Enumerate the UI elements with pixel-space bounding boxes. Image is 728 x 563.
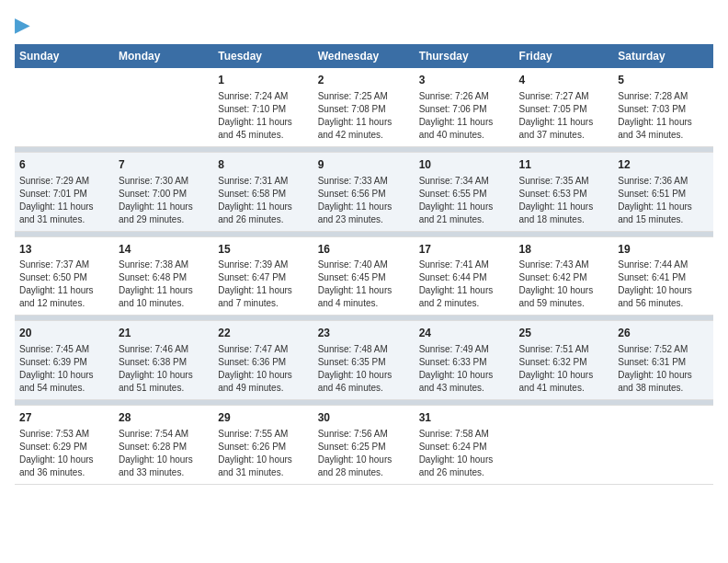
day-number: 20 bbox=[19, 326, 109, 341]
day-info: Sunrise: 7:29 AMSunset: 7:01 PMDaylight:… bbox=[19, 175, 109, 226]
day-number: 21 bbox=[119, 326, 209, 341]
calendar-cell-week3-day3: 15Sunrise: 7:39 AMSunset: 6:47 PMDayligh… bbox=[213, 236, 313, 316]
calendar-cell-week1-day6: 4Sunrise: 7:27 AMSunset: 7:05 PMDaylight… bbox=[515, 68, 614, 146]
day-number: 31 bbox=[419, 410, 510, 426]
day-number: 29 bbox=[218, 410, 308, 426]
calendar-cell-week1-day2 bbox=[114, 68, 213, 146]
calendar-cell-week4-day7: 26Sunrise: 7:52 AMSunset: 6:31 PMDayligh… bbox=[613, 321, 713, 400]
calendar-cell-week2-day3: 8Sunrise: 7:31 AMSunset: 6:58 PMDaylight… bbox=[213, 152, 313, 231]
day-number: 23 bbox=[318, 326, 410, 341]
day-number: 17 bbox=[419, 242, 510, 258]
day-info: Sunrise: 7:26 AMSunset: 7:06 PMDaylight:… bbox=[419, 90, 510, 142]
day-number: 6 bbox=[19, 157, 109, 173]
calendar-cell-week1-day1 bbox=[15, 68, 114, 146]
day-info: Sunrise: 7:41 AMSunset: 6:44 PMDaylight:… bbox=[419, 259, 510, 310]
day-info: Sunrise: 7:33 AMSunset: 6:56 PMDaylight:… bbox=[318, 175, 410, 226]
calendar-cell-week2-day1: 6Sunrise: 7:29 AMSunset: 7:01 PMDaylight… bbox=[15, 152, 114, 231]
day-number: 7 bbox=[119, 157, 209, 173]
calendar-cell-week5-day6 bbox=[515, 406, 614, 485]
header-tuesday: Tuesday bbox=[213, 44, 313, 68]
calendar-cell-week5-day2: 28Sunrise: 7:54 AMSunset: 6:28 PMDayligh… bbox=[114, 406, 213, 485]
day-info: Sunrise: 7:34 AMSunset: 6:55 PMDaylight:… bbox=[419, 175, 510, 226]
calendar-table: SundayMondayTuesdayWednesdayThursdayFrid… bbox=[15, 44, 713, 485]
day-number: 28 bbox=[119, 410, 209, 426]
calendar-cell-week4-day5: 24Sunrise: 7:49 AMSunset: 6:33 PMDayligh… bbox=[415, 321, 515, 400]
day-info: Sunrise: 7:47 AMSunset: 6:36 PMDaylight:… bbox=[218, 343, 308, 395]
calendar-cell-week4-day4: 23Sunrise: 7:48 AMSunset: 6:35 PMDayligh… bbox=[313, 321, 415, 400]
day-info: Sunrise: 7:31 AMSunset: 6:58 PMDaylight:… bbox=[218, 175, 308, 226]
day-info: Sunrise: 7:35 AMSunset: 6:53 PMDaylight:… bbox=[519, 175, 609, 226]
calendar-cell-week4-day6: 25Sunrise: 7:51 AMSunset: 6:32 PMDayligh… bbox=[515, 321, 614, 400]
calendar-cell-week3-day2: 14Sunrise: 7:38 AMSunset: 6:48 PMDayligh… bbox=[114, 236, 213, 316]
calendar-cell-week5-day3: 29Sunrise: 7:55 AMSunset: 6:26 PMDayligh… bbox=[213, 406, 313, 485]
day-info: Sunrise: 7:25 AMSunset: 7:08 PMDaylight:… bbox=[318, 90, 410, 142]
calendar-cell-week5-day1: 27Sunrise: 7:53 AMSunset: 6:29 PMDayligh… bbox=[15, 406, 114, 485]
calendar-cell-week2-day5: 10Sunrise: 7:34 AMSunset: 6:55 PMDayligh… bbox=[415, 152, 515, 231]
calendar-week-5: 27Sunrise: 7:53 AMSunset: 6:29 PMDayligh… bbox=[15, 406, 713, 485]
day-number: 24 bbox=[419, 326, 510, 341]
header-wednesday: Wednesday bbox=[313, 44, 415, 68]
day-number: 27 bbox=[19, 410, 109, 426]
header-thursday: Thursday bbox=[415, 44, 515, 68]
day-number: 18 bbox=[519, 242, 609, 258]
day-info: Sunrise: 7:43 AMSunset: 6:42 PMDaylight:… bbox=[519, 259, 609, 310]
day-number: 9 bbox=[318, 157, 410, 173]
day-info: Sunrise: 7:54 AMSunset: 6:28 PMDaylight:… bbox=[119, 428, 209, 479]
calendar-cell-week2-day2: 7Sunrise: 7:30 AMSunset: 7:00 PMDaylight… bbox=[114, 152, 213, 231]
day-info: Sunrise: 7:40 AMSunset: 6:45 PMDaylight:… bbox=[318, 259, 410, 310]
day-number: 12 bbox=[618, 157, 709, 173]
calendar-cell-week1-day7: 5Sunrise: 7:28 AMSunset: 7:03 PMDaylight… bbox=[613, 68, 713, 146]
calendar-cell-week5-day5: 31Sunrise: 7:58 AMSunset: 6:24 PMDayligh… bbox=[415, 406, 515, 485]
calendar-cell-week3-day5: 17Sunrise: 7:41 AMSunset: 6:44 PMDayligh… bbox=[415, 236, 515, 316]
calendar-cell-week3-day1: 13Sunrise: 7:37 AMSunset: 6:50 PMDayligh… bbox=[15, 236, 114, 316]
calendar-week-2: 6Sunrise: 7:29 AMSunset: 7:01 PMDaylight… bbox=[15, 152, 713, 231]
page-header: ▶ bbox=[15, 15, 713, 35]
calendar-header-row: SundayMondayTuesdayWednesdayThursdayFrid… bbox=[15, 44, 713, 68]
calendar-cell-week3-day6: 18Sunrise: 7:43 AMSunset: 6:42 PMDayligh… bbox=[515, 236, 614, 316]
day-number: 25 bbox=[519, 326, 609, 341]
calendar-cell-week5-day4: 30Sunrise: 7:56 AMSunset: 6:25 PMDayligh… bbox=[313, 406, 415, 485]
calendar-cell-week3-day4: 16Sunrise: 7:40 AMSunset: 6:45 PMDayligh… bbox=[313, 236, 415, 316]
calendar-cell-week1-day4: 2Sunrise: 7:25 AMSunset: 7:08 PMDaylight… bbox=[313, 68, 415, 146]
day-info: Sunrise: 7:30 AMSunset: 7:00 PMDaylight:… bbox=[119, 175, 209, 226]
day-info: Sunrise: 7:52 AMSunset: 6:31 PMDaylight:… bbox=[618, 343, 709, 395]
day-info: Sunrise: 7:28 AMSunset: 7:03 PMDaylight:… bbox=[618, 90, 709, 142]
day-info: Sunrise: 7:48 AMSunset: 6:35 PMDaylight:… bbox=[318, 343, 410, 395]
day-info: Sunrise: 7:27 AMSunset: 7:05 PMDaylight:… bbox=[519, 90, 609, 142]
calendar-cell-week1-day3: 1Sunrise: 7:24 AMSunset: 7:10 PMDaylight… bbox=[213, 68, 313, 146]
calendar-week-3: 13Sunrise: 7:37 AMSunset: 6:50 PMDayligh… bbox=[15, 236, 713, 316]
day-number: 4 bbox=[519, 73, 609, 88]
calendar-cell-week2-day6: 11Sunrise: 7:35 AMSunset: 6:53 PMDayligh… bbox=[515, 152, 614, 231]
day-info: Sunrise: 7:24 AMSunset: 7:10 PMDaylight:… bbox=[218, 90, 308, 142]
day-info: Sunrise: 7:55 AMSunset: 6:26 PMDaylight:… bbox=[218, 428, 308, 479]
day-info: Sunrise: 7:53 AMSunset: 6:29 PMDaylight:… bbox=[19, 428, 109, 479]
calendar-cell-week2-day4: 9Sunrise: 7:33 AMSunset: 6:56 PMDaylight… bbox=[313, 152, 415, 231]
day-number: 19 bbox=[618, 242, 709, 258]
day-number: 2 bbox=[318, 73, 410, 88]
header-friday: Friday bbox=[515, 44, 614, 68]
calendar-cell-week1-day5: 3Sunrise: 7:26 AMSunset: 7:06 PMDaylight… bbox=[415, 68, 515, 146]
day-info: Sunrise: 7:44 AMSunset: 6:41 PMDaylight:… bbox=[618, 259, 709, 310]
day-number: 1 bbox=[218, 73, 308, 88]
day-number: 14 bbox=[119, 242, 209, 258]
day-info: Sunrise: 7:45 AMSunset: 6:39 PMDaylight:… bbox=[19, 343, 109, 395]
day-info: Sunrise: 7:56 AMSunset: 6:25 PMDaylight:… bbox=[318, 428, 410, 479]
calendar-cell-week2-day7: 12Sunrise: 7:36 AMSunset: 6:51 PMDayligh… bbox=[613, 152, 713, 231]
calendar-cell-week4-day1: 20Sunrise: 7:45 AMSunset: 6:39 PMDayligh… bbox=[15, 321, 114, 400]
day-number: 5 bbox=[618, 73, 709, 88]
calendar-week-4: 20Sunrise: 7:45 AMSunset: 6:39 PMDayligh… bbox=[15, 321, 713, 400]
day-info: Sunrise: 7:49 AMSunset: 6:33 PMDaylight:… bbox=[419, 343, 510, 395]
day-info: Sunrise: 7:39 AMSunset: 6:47 PMDaylight:… bbox=[218, 259, 308, 310]
calendar-cell-week4-day2: 21Sunrise: 7:46 AMSunset: 6:38 PMDayligh… bbox=[114, 321, 213, 400]
day-number: 11 bbox=[519, 157, 609, 173]
calendar-cell-week5-day7 bbox=[613, 406, 713, 485]
calendar-week-1: 1Sunrise: 7:24 AMSunset: 7:10 PMDaylight… bbox=[15, 68, 713, 146]
header-saturday: Saturday bbox=[613, 44, 713, 68]
day-info: Sunrise: 7:37 AMSunset: 6:50 PMDaylight:… bbox=[19, 259, 109, 310]
calendar-cell-week3-day7: 19Sunrise: 7:44 AMSunset: 6:41 PMDayligh… bbox=[613, 236, 713, 316]
day-number: 13 bbox=[19, 242, 109, 258]
day-number: 8 bbox=[218, 157, 308, 173]
day-number: 26 bbox=[618, 326, 709, 341]
day-info: Sunrise: 7:46 AMSunset: 6:38 PMDaylight:… bbox=[119, 343, 209, 395]
day-number: 30 bbox=[318, 410, 410, 426]
